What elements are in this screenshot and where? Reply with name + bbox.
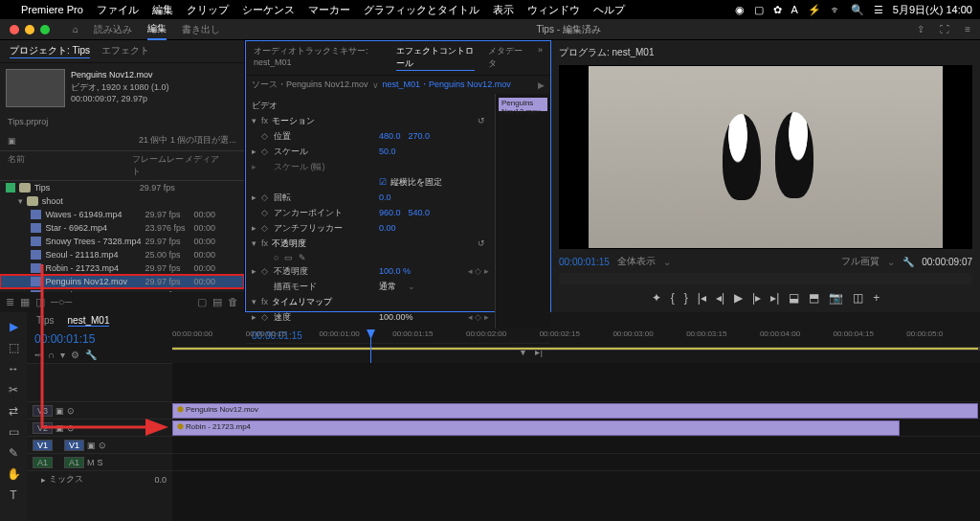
prop-antiflicker[interactable]: ▸◇アンチフリッカー0.00 [252, 220, 489, 236]
wrench-icon[interactable]: 🔧 [902, 257, 914, 267]
step-back-icon[interactable]: ◂| [716, 291, 724, 305]
tray-icon[interactable]: ▢ [754, 4, 764, 16]
program-timecode[interactable]: 00:00:01:15 [559, 257, 610, 267]
prop-scale[interactable]: ▸◇スケール50.0 [252, 144, 489, 159]
track-header-v1[interactable]: V1V1▣⊙ [27, 436, 172, 453]
checkbox-icon[interactable]: ☑ [379, 177, 387, 187]
track-select-tool-icon[interactable]: ⬚ [9, 341, 19, 354]
pen-mask-icon[interactable]: ✎ [299, 253, 306, 262]
link-icon[interactable]: ∩ [48, 350, 55, 360]
list-item[interactable]: Waves - 61949.mp429.97 fps00:00 [0, 208, 244, 221]
clip-v2[interactable]: ⬢Robin - 21723.mp4 [172, 420, 900, 436]
slip-tool-icon[interactable]: ⇄ [9, 404, 18, 418]
icon-view-icon[interactable]: ▦ [20, 296, 30, 308]
track-header-v3[interactable]: V3▣⊙ [27, 401, 172, 419]
trash-icon[interactable]: 🗑 [228, 296, 238, 308]
list-item-selected[interactable]: Penguins Nov12.mov29.97 fps00:00 [0, 275, 244, 288]
button-editor-icon[interactable]: + [873, 291, 880, 305]
prop-anchor[interactable]: ◇アンカーポイント960.0540.0 [252, 205, 489, 220]
wrench-icon[interactable]: 🔧 [85, 350, 97, 360]
share-icon[interactable]: ⇪ [917, 24, 924, 34]
col-framerate[interactable]: フレームレート [132, 153, 185, 178]
minimize-window[interactable] [25, 25, 34, 34]
clip-v3[interactable]: ⬢Penguins Nov12.mov [172, 403, 978, 419]
step-fwd-icon[interactable]: |▸ [752, 291, 761, 305]
new-bin-icon[interactable]: ▢ [197, 296, 207, 308]
list-item[interactable]: ▾shoot [0, 194, 244, 208]
tray-icon[interactable]: ✿ [773, 4, 782, 16]
freeform-view-icon[interactable]: ◫ [35, 296, 45, 308]
goto-out-icon[interactable]: ▸| [770, 291, 779, 305]
sequence-tab-active[interactable]: nest_M01 [68, 315, 110, 327]
track-v3[interactable]: ⬢Penguins Nov12.mov [172, 401, 980, 419]
list-view-icon[interactable]: ≣ [6, 296, 14, 308]
ec-timeline[interactable]: Penguins Nov12.mov [495, 94, 550, 328]
tab-import[interactable]: 読み込み [94, 20, 132, 39]
list-item[interactable]: Tips29.97 fps [0, 181, 244, 194]
list-item[interactable]: Star - 6962.mp423.976 fps00:00 [0, 221, 244, 235]
tab-audio-mixer[interactable]: オーディオトラックミキサー: nest_M01 [254, 45, 383, 71]
lift-icon[interactable]: ⬓ [789, 291, 799, 305]
tray-icon[interactable]: ◉ [735, 4, 745, 16]
workspace-menu-icon[interactable]: ≡ [965, 24, 970, 34]
track-header-mix[interactable]: ▸ミックス0.0 [27, 470, 172, 487]
snap-icon[interactable]: ⤟ [34, 350, 42, 360]
prop-blend[interactable]: 描画モード通常⌄ [252, 279, 489, 294]
play-icon[interactable]: ▶ [734, 291, 743, 305]
ellipse-mask-icon[interactable]: ○ [274, 253, 278, 262]
project-list[interactable]: 名前 フレームレート メディア Tips29.97 fps ▾shoot Wav… [0, 150, 244, 292]
list-item[interactable]: Robin - 21723.mp429.97 fps00:00 [0, 261, 244, 275]
settings-icon[interactable]: ⚙ [71, 350, 79, 360]
tab-effect-controls[interactable]: エフェクトコントロール [396, 45, 476, 71]
menu-edit[interactable]: 編集 [152, 3, 173, 17]
menu-sequence[interactable]: シーケンス [242, 3, 295, 17]
panel-menu-icon[interactable]: » [538, 45, 543, 71]
track-area[interactable]: ⬢Penguins Nov12.mov ⬢Robin - 21723.mp4 [172, 363, 980, 521]
mask-tools[interactable]: ○▭✎ [252, 251, 489, 263]
goto-in-icon[interactable]: |◂ [698, 291, 706, 305]
rect-mask-icon[interactable]: ▭ [284, 253, 293, 262]
export-frame-icon[interactable]: 📷 [829, 291, 843, 305]
col-name[interactable]: 名前 [8, 153, 132, 178]
bin-icon[interactable]: ▣ [8, 136, 16, 146]
prop-rotation[interactable]: ▸◇回転0.0 [252, 190, 489, 205]
pen-tool-icon[interactable]: ✎ [9, 446, 18, 460]
tab-export[interactable]: 書き出し [182, 20, 220, 39]
sequence-tab[interactable]: Tips [36, 315, 55, 327]
track-v1[interactable] [172, 436, 980, 453]
track-v2[interactable]: ⬢Robin - 21723.mp4 [172, 419, 980, 436]
timeline-timecode[interactable]: 00:00:01:15 [34, 332, 165, 346]
playhead-toggle-icon[interactable]: ▶ [538, 80, 545, 90]
tab-edit[interactable]: 編集 [147, 19, 167, 40]
time-ruler[interactable]: 00:00:00:0000:00:00:1500:00:01:0000:00:0… [172, 329, 980, 362]
list-item[interactable]: Seoul - 21118.mp425.00 fps00:00 [0, 248, 244, 261]
menu-marker[interactable]: マーカー [308, 3, 350, 17]
motion-group[interactable]: ▾fxモーション↺ [252, 113, 489, 128]
stopwatch-icon[interactable]: ◇ [261, 208, 271, 217]
opacity-group[interactable]: ▾fx不透明度↺ [252, 236, 489, 251]
tray-icon[interactable]: A [791, 4, 798, 15]
sequence-path[interactable]: nest_M01・Penguins Nov12.mov [383, 79, 511, 91]
reset-icon[interactable]: ↺ [478, 238, 485, 248]
stopwatch-icon[interactable]: ◇ [261, 266, 271, 276]
track-a1[interactable] [172, 453, 980, 470]
fullscreen-icon[interactable]: ⛶ [940, 24, 949, 34]
hand-tool-icon[interactable]: ✋ [7, 467, 21, 481]
menu-file[interactable]: ファイル [97, 3, 139, 17]
stopwatch-icon[interactable]: ◇ [261, 147, 271, 156]
menu-help[interactable]: ヘルプ [593, 3, 625, 17]
ec-clip-strip[interactable]: Penguins Nov12.mov [499, 98, 547, 111]
wifi-icon[interactable]: ᯤ [831, 4, 841, 15]
tab-project[interactable]: プロジェクト: Tips [10, 44, 90, 58]
stopwatch-icon[interactable]: ◇ [261, 193, 271, 202]
quality-dropdown[interactable]: フル画質 [841, 255, 880, 268]
battery-icon[interactable]: ⚡ [808, 4, 821, 16]
program-scrubber[interactable] [559, 273, 972, 284]
tab-metadata[interactable]: メタデータ [488, 45, 524, 71]
stopwatch-icon[interactable]: ◇ [261, 131, 271, 141]
selection-tool-icon[interactable]: ▶ [10, 320, 18, 333]
clock[interactable]: 5月9日(火) 14:00 [893, 3, 972, 17]
ripple-tool-icon[interactable]: ↔ [8, 362, 19, 375]
timeremap-group[interactable]: ▾fxタイムリマップ [252, 294, 489, 309]
mark-out-icon[interactable]: } [684, 291, 688, 305]
